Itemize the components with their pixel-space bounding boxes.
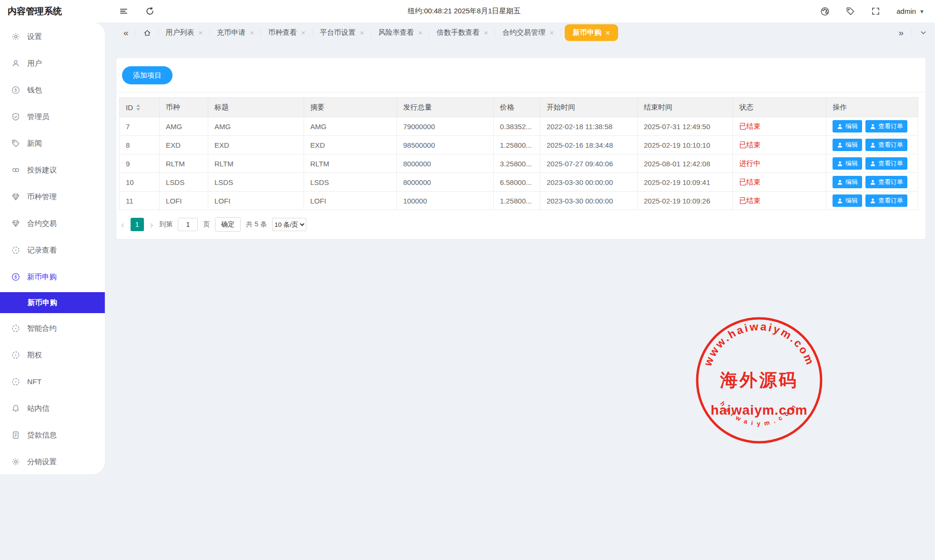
gem-icon <box>11 193 20 201</box>
close-icon[interactable]: × <box>301 29 305 36</box>
sidebar-item[interactable]: 新闻 <box>0 130 105 157</box>
view-order-button[interactable]: 查看订单 <box>865 194 907 207</box>
watermark-center-en: haiwaiym.com <box>711 403 807 417</box>
collapse-menu-icon[interactable] <box>119 7 128 16</box>
status-badge: 已结束 <box>733 192 826 210</box>
caret-down-icon: ▼ <box>919 9 925 14</box>
cell-id: 11 <box>120 192 160 210</box>
edit-button[interactable]: 编辑 <box>833 139 862 151</box>
cell-total: 8000000 <box>397 154 494 173</box>
cell-title: EXD <box>208 136 304 154</box>
sort-carets-icon[interactable] <box>136 104 140 111</box>
sidebar-item[interactable]: 站内信 <box>0 395 105 422</box>
column-header[interactable]: ID <box>120 98 160 117</box>
tabs-scroll-left-button[interactable]: « <box>116 22 136 43</box>
sidebar-item[interactable]: 投拆建议 <box>0 157 105 183</box>
next-page-icon[interactable]: › <box>149 220 154 229</box>
sidebar-item[interactable]: 智能合约 <box>0 315 105 342</box>
edit-button[interactable]: 编辑 <box>833 176 862 188</box>
tabs-scroll-right-button[interactable]: » <box>890 22 912 43</box>
sidebar-submenu-label: 新币申购 <box>28 298 57 308</box>
sidebar-item[interactable]: 合约交易 <box>0 210 105 237</box>
page-number-button[interactable]: 1 <box>131 218 144 231</box>
gear-icon <box>11 32 20 41</box>
sidebar-submenu-item[interactable]: 新币申购 <box>0 292 105 313</box>
sidebar-item[interactable]: 期权 <box>0 342 105 368</box>
status-badge: 已结束 <box>733 173 826 192</box>
sidebar-item[interactable]: 分销设置 <box>0 448 105 475</box>
table-row: 8EXDEXDEXD985000001.25800...2025-02-16 1… <box>120 136 918 154</box>
table-row: 10LSDSLSDSLSDS80000006.58000...2023-03-3… <box>120 173 918 192</box>
tabs-menu-button[interactable] <box>912 22 935 43</box>
view-order-button[interactable]: 查看订单 <box>865 157 907 170</box>
edit-button[interactable]: 编辑 <box>833 157 862 170</box>
user-menu[interactable]: admin ▼ <box>896 7 925 15</box>
edit-button[interactable]: 编辑 <box>833 194 862 207</box>
palette-icon[interactable] <box>820 7 830 16</box>
sidebar-item[interactable]: 记录查看 <box>0 237 105 264</box>
page-size-select[interactable]: 10 条/页 <box>272 218 306 231</box>
user-icon <box>870 123 876 130</box>
stamp-circle <box>697 318 821 442</box>
view-order-button[interactable]: 查看订单 <box>865 139 907 151</box>
close-icon[interactable]: × <box>484 29 488 36</box>
close-icon[interactable]: × <box>549 29 554 36</box>
sidebar-item-label: 分销设置 <box>27 457 57 467</box>
prev-page-icon[interactable]: ‹ <box>120 220 125 229</box>
data-table: ID币种标题摘要发行总量价格开始时间结束时间状态操作 7AMGAMGAMG790… <box>119 97 918 210</box>
view-order-button[interactable]: 查看订单 <box>865 176 907 188</box>
refresh-icon[interactable] <box>145 7 154 16</box>
sidebar-item[interactable]: 币种管理 <box>0 183 105 210</box>
sidebar-item-label: 设置 <box>27 32 42 42</box>
content-card: 添加项目 ID币种标题摘要发行总量价格开始时间结束时间状态操作 7AMGAMGA… <box>116 58 925 239</box>
tab[interactable]: 充币申请× <box>210 22 261 43</box>
tab[interactable]: 平台币设置× <box>313 22 371 43</box>
close-icon[interactable]: × <box>250 29 254 36</box>
sidebar-item-label: 贷款信息 <box>27 430 57 440</box>
cell-start: 2022-02-18 11:38:58 <box>540 117 638 136</box>
column-header: 价格 <box>494 98 540 117</box>
close-icon[interactable]: × <box>606 29 610 36</box>
column-header: 操作 <box>826 98 918 117</box>
tab[interactable]: 用户列表× <box>159 22 210 43</box>
sidebar-item[interactable]: $新币申购 <box>0 264 105 290</box>
tab[interactable]: 风险率查看× <box>371 22 430 43</box>
sidebar-item-label: 智能合约 <box>27 324 57 334</box>
edit-button[interactable]: 编辑 <box>833 120 862 132</box>
watermark-arc-top: www.haiwaiym.com <box>701 320 817 368</box>
confirm-page-button[interactable]: 确定 <box>215 217 241 232</box>
tab[interactable]: 币种查看× <box>261 22 313 43</box>
tag-icon[interactable] <box>846 7 855 16</box>
table-row: 11LOFILOFILOFI1000001.25800...2023-03-30… <box>120 192 918 210</box>
tab-label: 新币申购 <box>573 28 601 37</box>
tab-bar: « 用户列表×充币申请×币种查看×平台币设置×风险率查看×倍数手数查看×合约交易… <box>105 22 935 43</box>
sidebar-item-label: 用户 <box>27 59 42 69</box>
sidebar-item[interactable]: 贷款信息 <box>0 422 105 448</box>
fullscreen-icon[interactable] <box>871 7 880 16</box>
watermark-arc-bottom: haiwaiym.com <box>719 400 799 428</box>
user-icon <box>11 59 20 68</box>
close-icon[interactable]: × <box>418 29 423 36</box>
add-project-button[interactable]: 添加项目 <box>122 66 173 84</box>
home-tab-button[interactable] <box>136 22 159 43</box>
sidebar-item[interactable]: 用户 <box>0 50 105 77</box>
tab[interactable]: 合约交易管理× <box>495 22 561 43</box>
svg-text:$: $ <box>14 274 17 279</box>
sidebar-item[interactable]: $钱包 <box>0 77 105 103</box>
column-header-label: 币种 <box>166 103 180 111</box>
cell-end: 2025-07-31 12:49:50 <box>638 117 733 136</box>
cell-coin: AMG <box>160 117 208 136</box>
page-jump-input[interactable] <box>178 218 198 231</box>
home-icon <box>143 29 152 37</box>
sidebar-item[interactable]: 管理员 <box>0 103 105 130</box>
close-icon[interactable]: × <box>360 29 364 36</box>
sidebar-item[interactable]: 设置 <box>0 23 105 50</box>
tab[interactable]: 倍数手数查看× <box>429 22 495 43</box>
tabs-list: 用户列表×充币申请×币种查看×平台币设置×风险率查看×倍数手数查看×合约交易管理… <box>159 22 622 43</box>
tab[interactable]: 新币申购× <box>565 24 618 41</box>
close-icon[interactable]: × <box>199 29 203 36</box>
sidebar-item-label: 管理员 <box>27 112 50 122</box>
view-order-button[interactable]: 查看订单 <box>865 120 907 132</box>
cell-total: 98500000 <box>397 136 494 154</box>
sidebar-item[interactable]: NFT <box>0 368 105 395</box>
